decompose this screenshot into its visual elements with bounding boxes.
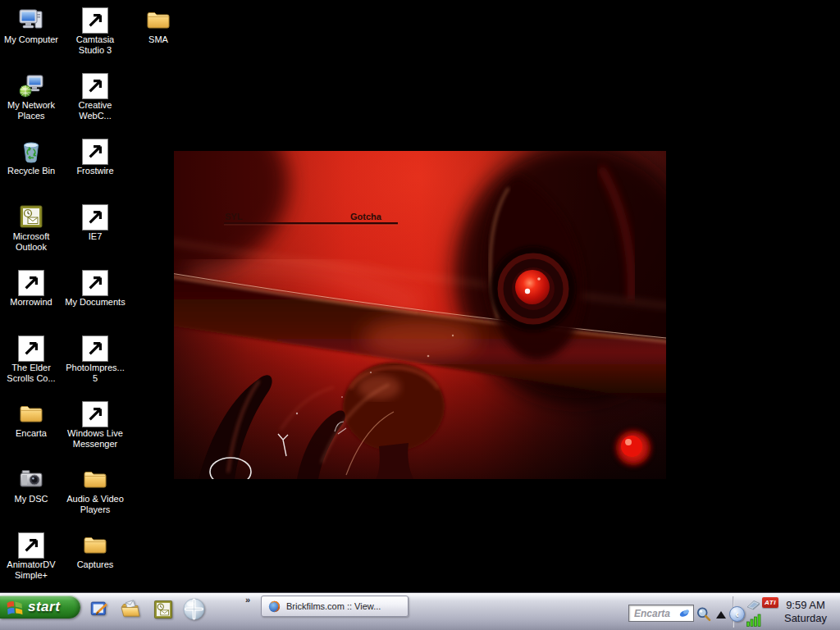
encarta-logo-icon bbox=[678, 608, 691, 619]
desktop-icon-recycle-bin[interactable]: Recycle Bin bbox=[0, 138, 62, 176]
desktop-icon-camtasia[interactable]: Camtasia Studio 3 bbox=[64, 7, 126, 56]
wallpaper-art: SYL Gotcha bbox=[174, 151, 666, 479]
menu-arrow-icon[interactable] bbox=[716, 611, 726, 619]
morrowind-icon bbox=[18, 269, 44, 295]
desktop-icon-audio-video-players[interactable]: Audio & Video Players bbox=[64, 466, 126, 515]
desktop-icon-label: My Network Places bbox=[0, 100, 62, 121]
tray-clock-time: 9:59 AM bbox=[774, 599, 837, 612]
desktop-icon-animatordv[interactable]: AnimatorDV Simple+ bbox=[0, 532, 62, 581]
open-mail-folder-button[interactable] bbox=[120, 599, 141, 620]
firefox-icon bbox=[267, 600, 281, 614]
desktop-icon-label: Creative WebC... bbox=[64, 100, 126, 121]
quicklaunch-overflow-chevron[interactable]: » bbox=[245, 595, 250, 605]
search-icon[interactable] bbox=[696, 606, 712, 623]
folder-icon bbox=[82, 466, 108, 492]
desktop-icon-ie7[interactable]: IE7 bbox=[64, 203, 126, 242]
desktop-icon-sma[interactable]: SMA bbox=[127, 7, 189, 45]
desktop-icon-frostwire[interactable]: Frostwire bbox=[64, 138, 126, 176]
webcam-icon bbox=[82, 72, 108, 98]
desktop-icon-label: Captures bbox=[64, 559, 126, 570]
start-button-label: start bbox=[28, 599, 60, 615]
taskbar: start » Brickfilms.com :: View... bbox=[0, 592, 840, 630]
shortcut-arrow-icon bbox=[82, 73, 108, 99]
shortcut-arrow-icon bbox=[82, 7, 108, 34]
shortcut-arrow-icon bbox=[82, 204, 108, 231]
wallpaper-label-right: Gotcha bbox=[350, 212, 382, 221]
network-signal-tray-icon[interactable] bbox=[746, 613, 761, 627]
elder-scrolls-icon bbox=[18, 335, 44, 361]
desktop-icon-label: My DSC bbox=[0, 494, 62, 504]
desktop-icon-label: SMA bbox=[127, 34, 189, 45]
photoimpression-icon bbox=[82, 335, 108, 361]
encarta-search-input[interactable] bbox=[632, 607, 678, 620]
removable-device-tray-icon[interactable] bbox=[745, 598, 761, 611]
desktop-icon-label: My Computer bbox=[0, 34, 62, 45]
windows-logo-icon bbox=[5, 597, 24, 616]
desktop-icon-encarta[interactable]: Encarta bbox=[0, 400, 62, 439]
encarta-search-band bbox=[628, 605, 694, 622]
desktop-icon-label: My Documents bbox=[64, 297, 126, 308]
desktop-icon-label: PhotoImpres... 5 bbox=[64, 363, 126, 384]
shortcut-arrow-icon bbox=[82, 401, 108, 427]
taskbar-window-button-label: Brickfilms.com :: View... bbox=[286, 601, 381, 611]
folder-icon bbox=[18, 400, 44, 427]
desktop-icon-microsoft-outlook[interactable]: Microsoft Outlook bbox=[0, 203, 62, 253]
desktop-icon-label: The Elder Scrolls Co... bbox=[0, 363, 62, 384]
camera-icon bbox=[18, 466, 44, 492]
show-desktop-button[interactable] bbox=[89, 599, 110, 620]
desktop-icon-label: Morrowind bbox=[0, 297, 62, 308]
desktop-icon-label: Camtasia Studio 3 bbox=[64, 34, 126, 56]
frostwire-icon bbox=[82, 138, 108, 164]
tray-collapse-button[interactable]: ‹ bbox=[729, 606, 745, 622]
wallpaper-divider-line bbox=[224, 222, 398, 224]
desktop-icon-label: Microsoft Outlook bbox=[0, 231, 62, 253]
desktop-icon-captures[interactable]: Captures bbox=[64, 532, 126, 570]
desktop-icon-label: Frostwire bbox=[64, 166, 126, 176]
shortcut-arrow-icon bbox=[82, 336, 108, 362]
shortcut-arrow-icon bbox=[82, 270, 108, 296]
desktop-icon-creative-webcam[interactable]: Creative WebC... bbox=[64, 72, 126, 121]
internet-explorer-icon bbox=[82, 203, 108, 230]
wallpaper-image: SYL Gotcha bbox=[174, 151, 666, 479]
camtasia-icon bbox=[82, 7, 108, 33]
desktop-icon-label: AnimatorDV Simple+ bbox=[0, 559, 62, 581]
desktop: SYL Gotcha My Computer Camtasia Studio 3… bbox=[0, 0, 840, 630]
desktop-icon-label: Windows Live Messenger bbox=[64, 428, 126, 450]
wallpaper-label-left: SYL bbox=[225, 212, 243, 221]
animatordv-icon bbox=[18, 532, 44, 558]
desktop-icon-my-network-places[interactable]: My Network Places bbox=[0, 72, 62, 121]
my-network-places-icon bbox=[18, 72, 44, 98]
folder-icon bbox=[145, 7, 171, 33]
tray-clock[interactable]: 9:59 AM Saturday bbox=[774, 599, 837, 625]
desktop-icon-morrowind[interactable]: Morrowind bbox=[0, 269, 62, 308]
start-button[interactable]: start bbox=[0, 596, 80, 619]
desktop-icon-my-computer[interactable]: My Computer bbox=[0, 7, 62, 45]
desktop-icon-my-documents[interactable]: My Documents bbox=[64, 269, 126, 308]
shortcut-arrow-icon bbox=[82, 139, 108, 165]
outlook-icon bbox=[18, 203, 44, 230]
desktop-icon-windows-live-messenger[interactable]: Windows Live Messenger bbox=[64, 400, 126, 450]
my-documents-icon bbox=[82, 269, 108, 295]
shortcut-arrow-icon bbox=[18, 336, 44, 362]
desktop-icon-label: Encarta bbox=[0, 428, 62, 439]
desktop-icon-photoimpression[interactable]: PhotoImpres... 5 bbox=[64, 335, 126, 384]
desktop-icon-elder-scrolls[interactable]: The Elder Scrolls Co... bbox=[0, 335, 62, 384]
desktop-icon-label: IE7 bbox=[64, 231, 126, 242]
my-computer-icon bbox=[18, 7, 44, 33]
shortcut-arrow-icon bbox=[18, 532, 44, 559]
shortcut-arrow-icon bbox=[18, 270, 44, 296]
recycle-bin-icon bbox=[18, 138, 44, 164]
desktop-icon-label: Audio & Video Players bbox=[64, 494, 126, 515]
desktop-icon-my-dsc[interactable]: My DSC bbox=[0, 466, 62, 504]
messenger-icon bbox=[82, 400, 108, 427]
desktop-icon-label: Recycle Bin bbox=[0, 166, 62, 176]
outlook-quicklaunch-button[interactable] bbox=[153, 599, 174, 620]
tray-clock-day: Saturday bbox=[774, 612, 837, 625]
taskbar-window-button[interactable]: Brickfilms.com :: View... bbox=[261, 596, 409, 617]
frostwire-quicklaunch-button[interactable] bbox=[181, 596, 207, 622]
folder-icon bbox=[82, 532, 108, 558]
